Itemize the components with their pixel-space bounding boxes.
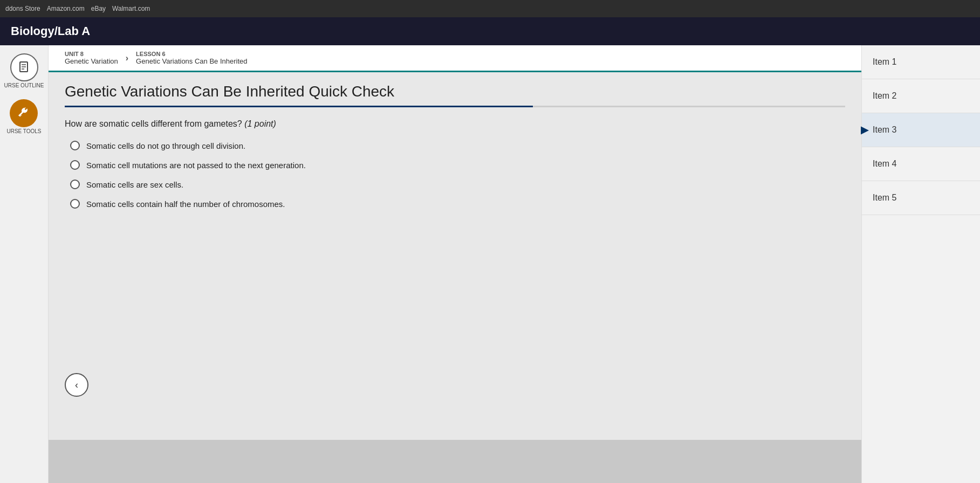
main-layout: URSE OUTLINE URSE TOOLS UNIT 8 Genetic V… bbox=[0, 45, 980, 483]
app-title: Biology/Lab A bbox=[11, 24, 90, 38]
right-sidebar-item-5-label: Item 5 bbox=[873, 193, 896, 203]
option-2[interactable]: Somatic cell mutations are not passed to… bbox=[70, 160, 845, 170]
right-sidebar-item-3-label: Item 3 bbox=[873, 125, 896, 135]
browser-bar: ddons Store Amazon.com eBay Walmart.com bbox=[0, 0, 980, 17]
book-icon bbox=[18, 61, 30, 73]
radio-2[interactable] bbox=[70, 160, 80, 170]
outline-sidebar-item[interactable]: URSE OUTLINE bbox=[4, 53, 44, 88]
quiz-title: Genetic Variations Can Be Inherited Quic… bbox=[65, 83, 845, 100]
browser-tab-1[interactable]: ddons Store bbox=[5, 5, 40, 12]
back-button[interactable]: ‹ bbox=[65, 373, 88, 397]
question-text: How are somatic cells different from gam… bbox=[65, 119, 845, 129]
option-3-text: Somatic cells are sex cells. bbox=[86, 180, 183, 189]
breadcrumb-chevron-icon: › bbox=[126, 53, 128, 63]
options-list: Somatic cells do not go through cell div… bbox=[65, 141, 845, 209]
option-1[interactable]: Somatic cells do not go through cell div… bbox=[70, 141, 845, 150]
browser-tab-4[interactable]: Walmart.com bbox=[112, 5, 150, 12]
breadcrumb-lesson-name: Genetic Variations Can Be Inherited bbox=[136, 57, 247, 65]
browser-tab-3[interactable]: eBay bbox=[91, 5, 106, 12]
right-sidebar-item-2-label: Item 2 bbox=[873, 91, 896, 101]
quiz-divider bbox=[65, 106, 845, 107]
content-area: UNIT 8 Genetic Variation › LESSON 6 Gene… bbox=[49, 45, 861, 483]
breadcrumb-unit-label: UNIT 8 bbox=[65, 51, 118, 57]
right-sidebar-item-3[interactable]: ▶ Item 3 bbox=[862, 113, 980, 147]
browser-tab-2[interactable]: Amazon.com bbox=[47, 5, 85, 12]
breadcrumb-lesson-label: LESSON 6 bbox=[136, 51, 247, 57]
option-2-text: Somatic cell mutations are not passed to… bbox=[86, 161, 306, 170]
right-sidebar-item-1-label: Item 1 bbox=[873, 57, 896, 67]
app-header: Biology/Lab A bbox=[0, 17, 980, 45]
outline-label: URSE OUTLINE bbox=[4, 82, 44, 88]
tools-label: URSE TOOLS bbox=[6, 128, 41, 134]
breadcrumb-lesson: LESSON 6 Genetic Variations Can Be Inher… bbox=[136, 51, 247, 65]
tools-icon-btn[interactable] bbox=[10, 99, 38, 127]
breadcrumb-unit: UNIT 8 Genetic Variation bbox=[65, 51, 118, 65]
radio-1[interactable] bbox=[70, 141, 80, 150]
right-sidebar: Item 1 Item 2 ▶ Item 3 Item 4 Item 5 bbox=[861, 45, 980, 483]
breadcrumb-unit-name: Genetic Variation bbox=[65, 57, 118, 65]
tools-sidebar-item[interactable]: URSE TOOLS bbox=[6, 99, 41, 134]
active-arrow-icon: ▶ bbox=[861, 124, 868, 136]
option-4[interactable]: Somatic cells contain half the number of… bbox=[70, 199, 845, 209]
right-sidebar-item-4-label: Item 4 bbox=[873, 159, 896, 169]
option-3[interactable]: Somatic cells are sex cells. bbox=[70, 180, 845, 189]
option-4-text: Somatic cells contain half the number of… bbox=[86, 199, 285, 209]
breadcrumb-bar: UNIT 8 Genetic Variation › LESSON 6 Gene… bbox=[49, 45, 861, 72]
right-sidebar-item-5[interactable]: Item 5 bbox=[862, 181, 980, 215]
right-sidebar-item-1[interactable]: Item 1 bbox=[862, 45, 980, 79]
outline-icon-btn[interactable] bbox=[10, 53, 38, 81]
quiz-content: Genetic Variations Can Be Inherited Quic… bbox=[49, 72, 861, 440]
right-sidebar-item-2[interactable]: Item 2 bbox=[862, 79, 980, 113]
right-sidebar-item-4[interactable]: Item 4 bbox=[862, 147, 980, 181]
left-sidebar: URSE OUTLINE URSE TOOLS bbox=[0, 45, 49, 483]
wrench-icon bbox=[17, 107, 30, 120]
radio-4[interactable] bbox=[70, 199, 80, 209]
radio-3[interactable] bbox=[70, 180, 80, 189]
option-1-text: Somatic cells do not go through cell div… bbox=[86, 141, 245, 150]
bottom-bar bbox=[49, 440, 861, 483]
